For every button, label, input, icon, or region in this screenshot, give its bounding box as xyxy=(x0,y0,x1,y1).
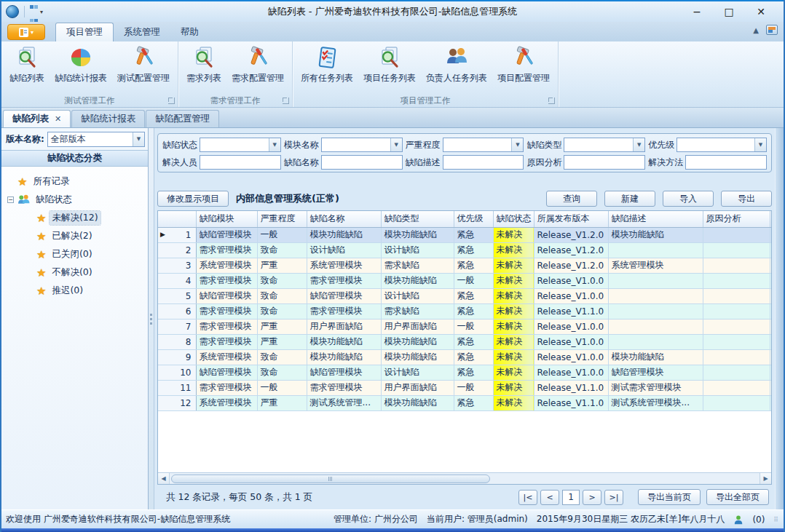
export-all-pages-button[interactable]: 导出全部页 xyxy=(706,489,769,505)
cell-缺陷描述[interactable]: 系统管理模块 xyxy=(608,258,703,273)
cell-原因分析[interactable] xyxy=(703,227,770,242)
table-row-10[interactable]: 10缺陷管理模块致命缺陷管理模块设计缺陷紧急未解决Release_V1.0.0缺… xyxy=(158,365,771,380)
tree-item-0[interactable]: ★所有记录 xyxy=(1,172,148,191)
row-indicator[interactable]: 2 xyxy=(158,242,196,258)
prev-page-button[interactable]: < xyxy=(540,490,559,505)
table-row-7[interactable]: 7需求管理模块严重用户界面缺陷用户界面缺陷一般未解决Release_V1.0.0 xyxy=(158,319,771,334)
cell-解决方法[interactable] xyxy=(770,319,771,334)
cell-缺陷名称[interactable]: 需求管理模块 xyxy=(307,303,381,319)
cell-原因分析[interactable] xyxy=(703,303,770,319)
cell-所属发布版本[interactable]: Release_V1.1.0 xyxy=(534,303,608,319)
cell-优先级[interactable]: 紧急 xyxy=(454,349,493,365)
cell-严重程度[interactable]: 严重 xyxy=(257,334,307,349)
cell-缺陷描述[interactable] xyxy=(608,288,703,303)
cell-缺陷描述[interactable] xyxy=(608,334,703,349)
ribbon-tab-2[interactable]: 帮助 xyxy=(170,23,209,41)
close-tab-icon[interactable]: ✕ xyxy=(55,114,61,124)
tree-item-3[interactable]: ★已解决(2) xyxy=(1,227,148,245)
cell-严重程度[interactable]: 致命 xyxy=(257,242,307,258)
scrollbar-thumb[interactable] xyxy=(171,475,490,483)
horizontal-scrollbar[interactable]: ◀ ▶ xyxy=(158,472,771,484)
cell-所属发布版本[interactable]: Release_V1.0.0 xyxy=(534,319,608,334)
column-header-原因分析[interactable]: 原因分析 xyxy=(703,211,770,227)
cell-原因分析[interactable] xyxy=(703,349,770,365)
toolbar-button-导入[interactable]: 导入 xyxy=(663,191,714,207)
cell-缺陷名称[interactable]: 需求管理模块 xyxy=(307,273,381,288)
maximize-button[interactable]: □ xyxy=(717,4,741,20)
cell-解决方法[interactable] xyxy=(770,288,771,303)
cell-优先级[interactable]: 紧急 xyxy=(454,288,493,303)
table-row-4[interactable]: 4需求管理模块致命需求管理模块模块功能缺陷一般未解决Release_V1.0.0 xyxy=(158,273,771,288)
row-indicator[interactable]: 6 xyxy=(158,303,196,319)
column-header-缺陷模块[interactable]: 缺陷模块 xyxy=(196,211,257,227)
row-indicator[interactable]: 12 xyxy=(158,395,196,410)
tree-item-5[interactable]: ★不解决(0) xyxy=(1,263,148,282)
cell-缺陷类型[interactable]: 设计缺陷 xyxy=(381,365,454,380)
cell-所属发布版本[interactable]: Release_V1.0.0 xyxy=(534,334,608,349)
cell-原因分析[interactable] xyxy=(703,395,770,410)
cell-严重程度[interactable]: 致命 xyxy=(257,365,307,380)
cell-缺陷名称[interactable]: 设计缺陷 xyxy=(307,242,381,258)
cell-优先级[interactable]: 一般 xyxy=(454,319,493,334)
row-indicator[interactable]: 4 xyxy=(158,273,196,288)
cell-缺陷类型[interactable]: 需求缺陷 xyxy=(381,303,454,319)
cell-优先级[interactable]: 紧急 xyxy=(454,227,493,242)
cell-解决方法[interactable] xyxy=(770,380,771,395)
close-button[interactable]: ✕ xyxy=(749,4,773,20)
doc-tab-2[interactable]: 缺陷配置管理 xyxy=(146,110,219,127)
cell-解决方法[interactable] xyxy=(770,349,771,365)
tree-item-1[interactable]: −缺陷状态 xyxy=(1,191,148,209)
doc-tab-0[interactable]: 缺陷列表✕ xyxy=(3,110,71,127)
toolbar-button-导出[interactable]: 导出 xyxy=(721,191,772,207)
dialog-launcher-icon[interactable] xyxy=(283,98,289,104)
column-header-严重程度[interactable]: 严重程度 xyxy=(257,211,307,227)
column-header-缺陷类型[interactable]: 缺陷类型 xyxy=(381,211,454,227)
cell-缺陷名称[interactable]: 模块功能缺陷 xyxy=(307,334,381,349)
column-header-优先级[interactable]: 优先级 xyxy=(454,211,493,227)
doc-tab-1[interactable]: 缺陷统计报表 xyxy=(71,110,145,127)
cell-原因分析[interactable] xyxy=(703,365,770,380)
cell-严重程度[interactable]: 一般 xyxy=(257,227,307,242)
cell-缺陷状态[interactable]: 未解决 xyxy=(493,365,534,380)
cell-缺陷描述[interactable] xyxy=(608,303,703,319)
next-page-button[interactable]: > xyxy=(583,490,601,505)
cell-缺陷类型[interactable]: 模块功能缺陷 xyxy=(381,349,454,365)
cell-缺陷状态[interactable]: 未解决 xyxy=(493,227,534,242)
ribbon-button-负责人任务列表[interactable]: 负责人任务列表 xyxy=(421,44,492,86)
cell-原因分析[interactable] xyxy=(703,334,770,349)
cell-缺陷模块[interactable]: 需求管理模块 xyxy=(196,319,257,334)
cell-优先级[interactable]: 一般 xyxy=(454,380,493,395)
cell-缺陷名称[interactable]: 需求管理模块 xyxy=(307,380,381,395)
first-page-button[interactable]: |< xyxy=(518,490,537,505)
cell-缺陷名称[interactable]: 缺陷管理模块 xyxy=(307,288,381,303)
cell-缺陷描述[interactable] xyxy=(608,319,703,334)
cell-缺陷名称[interactable]: 用户界面缺陷 xyxy=(307,319,381,334)
cell-优先级[interactable]: 紧急 xyxy=(454,334,493,349)
cell-严重程度[interactable]: 致命 xyxy=(257,303,307,319)
toolbar-button-新建[interactable]: 新建 xyxy=(604,191,655,207)
collapse-icon[interactable]: − xyxy=(7,196,14,203)
filter-input-解决方法[interactable] xyxy=(685,155,767,170)
cell-原因分析[interactable] xyxy=(703,380,770,395)
page-number-input[interactable] xyxy=(562,490,580,505)
row-indicator[interactable]: 7 xyxy=(158,319,196,334)
ribbon-button-项目配置管理[interactable]: 项目配置管理 xyxy=(492,44,555,86)
cell-缺陷名称[interactable]: 测试系统管理... xyxy=(307,395,381,410)
cell-优先级[interactable]: 紧急 xyxy=(454,242,493,258)
cell-原因分析[interactable] xyxy=(703,273,770,288)
tree-item-2[interactable]: ★未解决(12) xyxy=(1,209,148,227)
cell-缺陷类型[interactable]: 模块功能缺陷 xyxy=(381,334,454,349)
cell-缺陷状态[interactable]: 未解决 xyxy=(493,334,534,349)
cell-缺陷模块[interactable]: 需求管理模块 xyxy=(196,380,257,395)
cell-缺陷状态[interactable]: 未解决 xyxy=(493,273,534,288)
cell-缺陷模块[interactable]: 需求管理模块 xyxy=(196,334,257,349)
resize-grip[interactable]: ⠿ xyxy=(773,516,779,523)
cell-缺陷状态[interactable]: 未解决 xyxy=(493,319,534,334)
about-icon[interactable] xyxy=(766,25,778,35)
scroll-right-icon[interactable]: ▶ xyxy=(760,473,771,484)
cell-解决方法[interactable] xyxy=(770,242,771,258)
cell-缺陷模块[interactable]: 缺陷管理模块 xyxy=(196,288,257,303)
table-row-12[interactable]: 12系统管理模块严重测试系统管理...模块功能缺陷紧急未解决Release_V1… xyxy=(158,395,771,410)
cell-缺陷模块[interactable]: 系统管理模块 xyxy=(196,349,257,365)
table-row-11[interactable]: 11需求管理模块一般需求管理模块用户界面缺陷一般未解决Release_V1.1.… xyxy=(158,380,771,395)
